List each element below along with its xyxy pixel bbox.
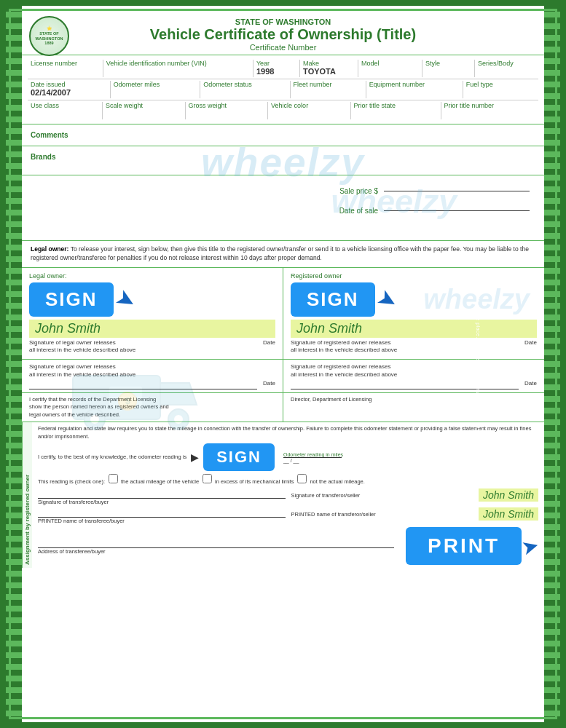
transferee-sig-col: Signature of transferee/buyer (38, 488, 286, 505)
fleet-number-cell: Fleet number (291, 81, 366, 98)
state-name: STATE OF WASHINGTON (22, 17, 544, 26)
legal-sig2-line (29, 389, 257, 389)
printed-names-row: PRINTED name of transferee/buyer PRINTED… (38, 507, 538, 524)
legal-sig2-date: Date (263, 380, 275, 389)
reg-sig2-line (291, 389, 519, 389)
style-value (425, 67, 471, 77)
sale-section: $ Sale price $ Date of sale wheelzy (22, 175, 544, 241)
document-content: ⭐ STATE OF WASHINGTON 1889 STATE OF WASH… (22, 12, 544, 716)
reg-sig2-text: Signature of registered owner releasesal… (291, 363, 537, 379)
sign-arrow-icon: ➤ (111, 282, 141, 316)
assignment-body: Federal regulation and state law require… (32, 422, 544, 568)
date-issued-value: 02/14/2007 (31, 88, 107, 98)
checkbox-excess[interactable] (203, 474, 212, 483)
sale-price-row: Sale price $ (339, 187, 530, 195)
assignment-top-text: Federal regulation and state law require… (38, 425, 538, 440)
transferor-name: John Smith (479, 488, 538, 502)
prior-title-state-cell: Prior title state (351, 102, 441, 119)
document-container: Keep in a safe place. Any alteration or … (0, 0, 566, 728)
certificate-number-label: Certificate Number (22, 43, 544, 52)
odometer-miles-label: Odometer miles (114, 81, 197, 88)
style-cell: Style (422, 60, 475, 77)
certify-right: Director, Department of Licensing (283, 393, 544, 422)
transferor-sig-col: Signature of transferor/seller John Smit… (291, 488, 539, 505)
field-row-2: Date issued 02/14/2007 Odometer miles Od… (28, 79, 538, 100)
reg-sig-footer: Signature of registered owner releasesal… (291, 339, 537, 355)
vehicle-color-label: Vehicle color (271, 102, 347, 109)
reg-sign-button[interactable]: SIGN (291, 282, 375, 317)
make-cell: Make TOYOTA (300, 60, 358, 77)
certify-section: I certify that the records of the Depart… (22, 393, 544, 423)
transferee-name-line (38, 507, 286, 518)
address-print-row: Address of transferee/buyer PRINT ➤ (38, 527, 538, 565)
make-label: Make (303, 60, 355, 67)
prior-title-state-label: Prior title state (354, 102, 438, 109)
fuel-type-cell: Fuel type (463, 81, 538, 98)
transferor-printed-name: John Smith (479, 507, 538, 521)
certify-row: I certify, to the best of my knowledge, … (38, 443, 538, 471)
equipment-number-value (369, 88, 460, 98)
option2-label: in excess of its mechanical limits (215, 478, 294, 485)
legal-sig2-text: Signature of legal owner releasesall int… (29, 363, 275, 379)
fuel-type-label: Fuel type (466, 81, 535, 88)
series-cell: Series/Body (475, 60, 538, 77)
transferor-sig-area-inner: Signature of transferor/seller (291, 492, 476, 499)
sale-price-line (384, 191, 530, 191)
odometer-status-cell: Odometer status (200, 81, 290, 98)
equipment-number-cell: Equipment number (366, 81, 463, 98)
legal-sign-block: SIGN ➤ (29, 281, 275, 318)
left-border-strip (6, 6, 22, 722)
address-line (38, 538, 394, 548)
checkbox-not-actual[interactable] (297, 474, 307, 483)
comments-section: Comments (22, 124, 544, 146)
prior-title-state-value (354, 109, 438, 119)
series-label: Series/Body (478, 60, 535, 67)
reg-sign-arrow-icon: ➤ (372, 282, 403, 316)
right-border-strip: Keep in a safe place. Any alteration or … (544, 6, 560, 722)
transferor-sig-label: Signature of transferor/seller (291, 492, 361, 499)
transferor-name-label: PRINTED name of transferor/seller (291, 511, 376, 518)
reading-check-label: This reading is (check one): (38, 478, 105, 485)
field-row-1: License number Vehicle identification nu… (28, 58, 538, 79)
odo-sign-button[interactable]: SIGN (203, 443, 275, 471)
certify-odo-text: I certify, to the best of my knowledge, … (38, 454, 186, 462)
make-value: TOYOTA (303, 67, 355, 77)
vin-cell: Vehicle identification number (VIN) (103, 60, 253, 77)
address-col: Address of transferee/buyer (38, 538, 394, 555)
transferor-name-col: PRINTED name of transferor/seller John S… (291, 507, 539, 524)
checkbox-actual[interactable] (109, 474, 118, 483)
vin-value (106, 67, 250, 77)
state-seal: ⭐ STATE OF WASHINGTON 1889 (29, 16, 69, 56)
sale-date-line (384, 210, 530, 211)
print-button[interactable]: PRINT (406, 527, 522, 565)
reg-sign-block: SIGN ➤ (291, 281, 537, 318)
license-number-value (31, 67, 100, 77)
license-number-cell: License number (28, 60, 103, 77)
odometer-miles-cell: Odometer miles (111, 81, 200, 98)
series-value (478, 67, 535, 77)
transferee-name-col: PRINTED name of transferee/buyer (38, 507, 286, 524)
odometer-status-value (203, 88, 286, 98)
legal-sign-button[interactable]: SIGN (29, 282, 114, 317)
legal-body: To release your interest, sign below, th… (31, 245, 529, 261)
reading-check-row: This reading is (check one): the actual … (38, 473, 538, 486)
reg-date-label: Date (524, 339, 537, 346)
use-class-label: Use class (31, 102, 99, 109)
registered-owner-label: Registered owner (291, 272, 537, 280)
reg-sig-footer-text: Signature of registered owner releasesal… (291, 339, 524, 355)
comments-label: Comments (31, 131, 68, 139)
legal-sig2: Signature of legal owner releasesall int… (22, 360, 283, 392)
legal-date-label: Date (263, 339, 275, 346)
legal-sig-footer: Signature of legal owner releasesall int… (29, 339, 275, 355)
sale-fields: Sale price $ Date of sale (22, 175, 544, 223)
vin-label: Vehicle identification number (VIN) (106, 60, 250, 67)
sale-date-label: Date of sale (339, 207, 378, 215)
gross-weight-cell: Gross weight (186, 102, 269, 119)
prior-title-number-value (444, 109, 535, 119)
registered-owner-name: John Smith (291, 320, 537, 338)
fleet-number-value (294, 88, 363, 98)
address-label: Address of transferee/buyer (38, 548, 394, 555)
reg-sig2: Signature of registered owner releasesal… (283, 360, 544, 392)
option1-label: the actual mileage of the vehicle (121, 478, 199, 485)
legal-owner-label: Legal owner: (29, 272, 275, 280)
